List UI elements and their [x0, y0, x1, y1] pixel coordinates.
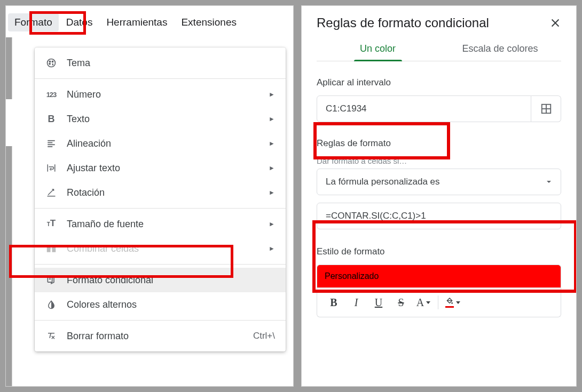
chevron-right-icon: ►: [269, 189, 275, 196]
menubar-item-extensiones[interactable]: Extensiones: [175, 13, 243, 31]
menu-label: Texto: [67, 114, 259, 125]
align-icon: [45, 138, 57, 149]
menubar: Formato Datos Herramientas Extensiones: [6, 6, 293, 31]
menubar-item-datos[interactable]: Datos: [60, 13, 99, 31]
menu-item-alineacion[interactable]: Alineación ►: [35, 131, 286, 156]
condition-select[interactable]: La fórmula personalizada es: [317, 169, 561, 195]
menu-label: Ajustar texto: [67, 163, 259, 174]
menu-item-colores-alternos[interactable]: Colores alternos: [35, 292, 286, 317]
merge-icon: [45, 243, 57, 254]
chevron-right-icon: ►: [269, 140, 275, 147]
clear-icon: [45, 330, 57, 342]
menu-item-combinar-celdas: Combinar celdas ►: [35, 236, 286, 261]
menu-separator: [35, 208, 286, 209]
strikethrough-button[interactable]: S: [391, 293, 411, 311]
menubar-item-herramientas[interactable]: Herramientas: [100, 13, 174, 31]
chevron-right-icon: ►: [269, 115, 275, 123]
fontsize-icon: TT: [45, 218, 57, 230]
tab-escala-colores[interactable]: Escala de colores: [439, 43, 561, 61]
menu-item-tamano-fuente[interactable]: TT Tamaño de fuente ►: [35, 212, 286, 236]
menu-item-formato-condicional[interactable]: Formato condicional: [35, 268, 286, 292]
svg-line-17: [50, 333, 51, 338]
menu-label: Tamaño de fuente: [67, 219, 259, 230]
conditional-format-panel: Reglas de formato condicional Un color E…: [301, 5, 577, 387]
menu-item-borrar-formato[interactable]: Borrar formato Ctrl+\: [35, 324, 286, 348]
fill-color-button[interactable]: [443, 293, 463, 311]
chevron-right-icon: ►: [269, 245, 275, 252]
rules-section-label: Reglas de formato: [317, 138, 561, 149]
menu-label: Número: [67, 89, 259, 100]
svg-point-0: [48, 59, 56, 67]
menu-separator: [35, 264, 286, 265]
svg-rect-11: [48, 245, 50, 252]
panel-header: Reglas de formato condicional: [317, 15, 561, 30]
toolbar-divider: [438, 295, 438, 309]
bold-button[interactable]: B: [324, 293, 344, 311]
tabs: Un color Escala de colores: [317, 43, 561, 61]
range-section-label: Aplicar al intervalo: [317, 77, 561, 88]
range-row: C1:C1934: [317, 95, 561, 122]
svg-rect-12: [52, 245, 55, 252]
menu-shortcut: Ctrl+\: [253, 331, 275, 341]
menu-item-tema[interactable]: Tema: [35, 51, 286, 75]
format-dropdown: Tema 123 Número ► B Texto ► Alineación ►…: [35, 47, 286, 351]
menu-item-texto[interactable]: B Texto ►: [35, 107, 286, 131]
text-color-button[interactable]: A: [413, 293, 434, 311]
italic-button[interactable]: I: [346, 293, 366, 311]
bold-icon: B: [45, 113, 57, 125]
range-picker-button[interactable]: [531, 95, 561, 122]
background-strip: [6, 37, 12, 387]
menu-label: Colores alternos: [67, 299, 275, 310]
menu-separator: [35, 78, 286, 79]
rules-helper-label: Dar formato a celdas si…: [317, 156, 561, 165]
left-panel: Formato Datos Herramientas Extensiones T…: [5, 5, 294, 387]
altcolors-icon: [45, 299, 57, 310]
chevron-right-icon: ►: [269, 91, 275, 98]
menu-item-numero[interactable]: 123 Número ►: [35, 82, 286, 107]
svg-point-25: [451, 302, 453, 304]
menu-label: Formato condicional: [67, 275, 275, 286]
number-icon: 123: [45, 89, 57, 100]
condition-select-value: La fórmula personalizada es: [326, 177, 440, 187]
tab-un-color[interactable]: Un color: [317, 43, 439, 61]
formula-input[interactable]: =CONTAR.SI(C:C,C1)>1: [317, 203, 561, 229]
chevron-right-icon: ►: [269, 164, 275, 172]
menu-label: Rotación: [67, 187, 259, 198]
menu-item-ajustar-texto[interactable]: Ajustar texto ►: [35, 156, 286, 180]
menu-separator: [35, 320, 286, 321]
grid-icon: [540, 103, 552, 115]
palette-icon: [45, 57, 57, 69]
menubar-item-formato[interactable]: Formato: [8, 13, 59, 31]
underline-button[interactable]: U: [368, 293, 389, 311]
menu-label: Borrar formato: [67, 331, 243, 342]
svg-point-2: [52, 61, 53, 62]
formula-value: =CONTAR.SI(C:C,C1)>1: [326, 211, 426, 221]
style-preview[interactable]: Personalizado: [317, 265, 561, 287]
panel-title: Reglas de formato condicional: [317, 15, 489, 30]
close-icon[interactable]: [549, 17, 561, 29]
style-section-label: Estilo de formato: [317, 246, 561, 257]
menu-item-rotacion[interactable]: Rotación ►: [35, 180, 286, 205]
svg-point-3: [49, 63, 50, 65]
menu-label: Alineación: [67, 138, 259, 149]
wrap-icon: [45, 162, 57, 174]
menu-label: Tema: [67, 58, 275, 69]
range-input[interactable]: C1:C1934: [317, 95, 531, 122]
style-toolbar: B I U S A: [317, 287, 561, 317]
fill-icon: [445, 297, 454, 308]
chevron-right-icon: ►: [269, 220, 275, 228]
condformat-icon: [45, 274, 57, 286]
chevron-down-icon: [546, 179, 552, 185]
svg-point-1: [49, 61, 50, 62]
menu-label: Combinar celdas: [67, 243, 259, 254]
rotate-icon: [45, 187, 57, 198]
style-section: Estilo de formato Personalizado B I U S …: [317, 246, 561, 317]
